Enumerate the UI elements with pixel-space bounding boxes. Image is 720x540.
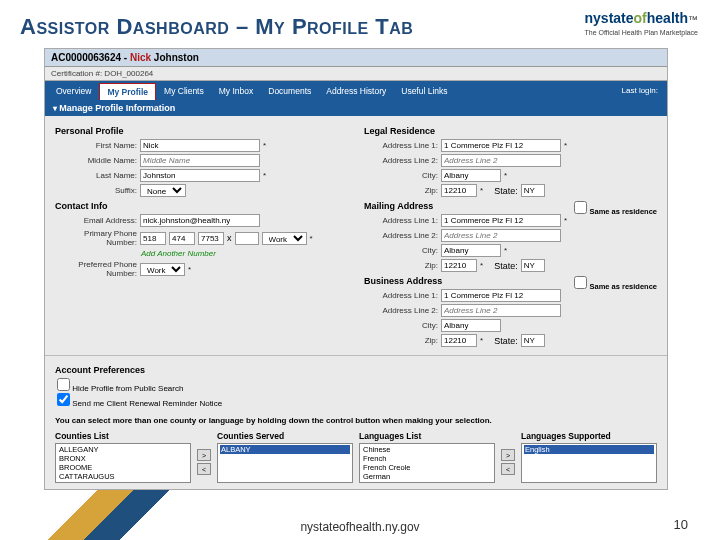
languages-supported-label: Languages Supported [521,431,657,441]
dashboard-app: AC0000063624 - Nick Johnston Certificati… [44,48,668,490]
account-preferences: Account Preferences Hide Profile from Pu… [45,355,667,413]
county-add-button[interactable]: > [197,449,211,461]
mailing-city[interactable] [441,244,501,257]
languages-listbox[interactable]: Chinese French French Creole German [359,443,495,483]
legal-state[interactable] [521,184,545,197]
languages-list-label: Languages List [359,431,495,441]
hide-profile-checkbox[interactable] [57,378,70,391]
tab-useful-links[interactable]: Useful Links [394,83,454,100]
label-suffix: Suffix: [55,186,137,195]
tab-my-clients[interactable]: My Clients [157,83,211,100]
group-business: Business Address Same as residence [364,276,657,286]
label-last-name: Last Name: [55,171,137,180]
counties-listbox[interactable]: ALLEGANY BRONX BROOME CATTARAUGUS [55,443,191,483]
right-column: Legal Residence Address Line 1:* Address… [364,122,657,349]
tab-overview[interactable]: Overview [49,83,98,100]
required-icon: * [263,141,266,150]
first-name-field[interactable] [140,139,260,152]
renewal-reminder-checkbox[interactable] [57,393,70,406]
group-mailing: Mailing Address Same as residence [364,201,657,211]
mailing-addr1[interactable] [441,214,561,227]
counties-served-label: Counties Served [217,431,353,441]
list-row: Counties List ALLEGANY BRONX BROOME CATT… [45,428,667,489]
legal-zip[interactable] [441,184,477,197]
tab-my-inbox[interactable]: My Inbox [212,83,261,100]
business-state[interactable] [521,334,545,347]
add-number-link[interactable]: Add Another Number [141,249,348,258]
counties-list-label: Counties List [55,431,191,441]
preferred-phone-select[interactable]: Work [140,263,185,276]
tab-address-history[interactable]: Address History [319,83,393,100]
tab-documents[interactable]: Documents [261,83,318,100]
footer-url: nystateofhealth.ny.gov [0,520,720,534]
business-zip[interactable] [441,334,477,347]
left-column: Personal Profile First Name:* Middle Nam… [55,122,348,349]
legal-addr2[interactable] [441,154,561,167]
phone-ext[interactable] [235,232,259,245]
profile-content: Personal Profile First Name:* Middle Nam… [45,116,667,355]
group-personal: Personal Profile [55,126,348,136]
label-primary-phone: Primary Phone Number: [55,229,137,247]
mailing-state[interactable] [521,259,545,272]
business-same-checkbox[interactable] [574,276,587,289]
phone-line[interactable] [198,232,224,245]
certification-bar: Certification #: DOH_000264 [45,67,667,81]
legal-city[interactable] [441,169,501,182]
last-name-field[interactable] [140,169,260,182]
middle-name-field[interactable] [140,154,260,167]
phone-prefix[interactable] [169,232,195,245]
tab-bar: Overview My Profile My Clients My Inbox … [45,81,667,100]
phone-area[interactable] [140,232,166,245]
lang-add-button[interactable]: > [501,449,515,461]
email-field[interactable] [140,214,260,227]
suffix-select[interactable]: None [140,184,186,197]
legal-addr1[interactable] [441,139,561,152]
label-preferred-phone: Preferred Phone Number: [55,260,137,278]
label-first-name: First Name: [55,141,137,150]
business-addr2[interactable] [441,304,561,317]
counties-served-listbox[interactable]: ALBANY [217,443,353,483]
group-contact: Contact Info [55,201,348,211]
page-number: 10 [674,517,688,532]
label-middle-name: Middle Name: [55,156,137,165]
multiselect-hint: You can select more than one county or l… [55,416,657,425]
lang-remove-button[interactable]: < [501,463,515,475]
user-bar: AC0000063624 - Nick Johnston [45,49,667,67]
section-manage-profile[interactable]: Manage Profile Information [45,100,667,116]
last-login: Last login: [617,83,663,100]
nysoh-logo: nystateofhealth™ The Official Health Pla… [585,10,698,37]
phone-type-select[interactable]: Work [262,232,307,245]
mailing-zip[interactable] [441,259,477,272]
county-remove-button[interactable]: < [197,463,211,475]
mailing-same-checkbox[interactable] [574,201,587,214]
languages-supported-listbox[interactable]: English [521,443,657,483]
business-city[interactable] [441,319,501,332]
group-legal-residence: Legal Residence [364,126,657,136]
mailing-addr2[interactable] [441,229,561,242]
business-addr1[interactable] [441,289,561,302]
tab-my-profile[interactable]: My Profile [99,83,156,100]
label-email: Email Address: [55,216,137,225]
